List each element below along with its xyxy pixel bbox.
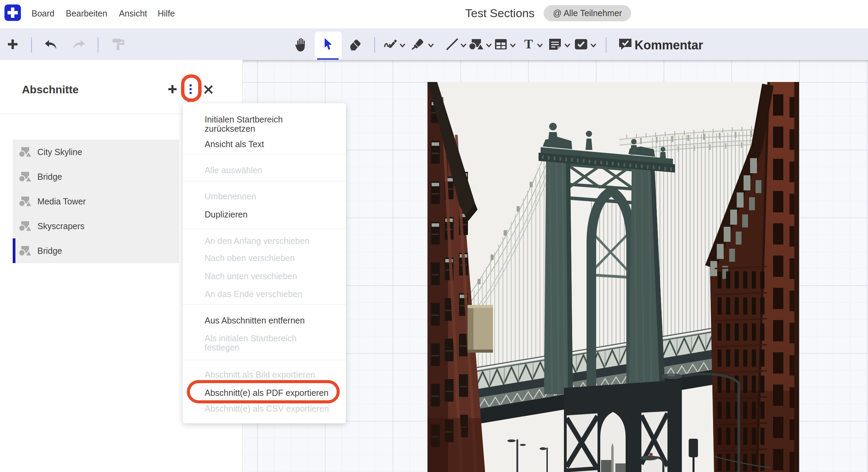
- svg-text:T: T: [524, 38, 533, 50]
